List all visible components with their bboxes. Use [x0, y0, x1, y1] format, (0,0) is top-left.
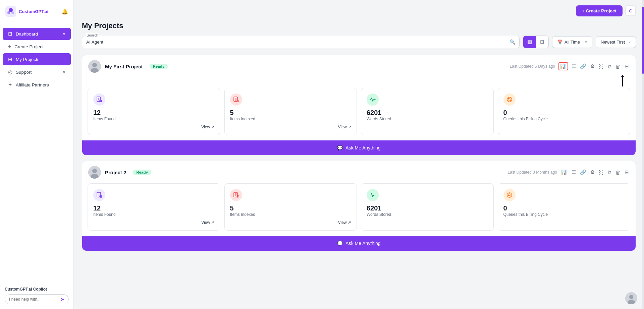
create-project-button[interactable]: + Create Project [576, 5, 623, 16]
time-filter-label: All Time [565, 40, 580, 45]
search-circle-icon-2 [506, 192, 513, 198]
project-meta-1: Last Updated 5 Days ago 📊 ☰ 🔗 ⚙ ⛓ ⧉ 🗑 ⊟ [510, 62, 630, 70]
sort-filter-dropdown[interactable]: Newest First ∨ [596, 36, 636, 48]
list-view-button[interactable]: ▦ [523, 36, 536, 48]
sidebar-item-dashboard[interactable]: ⊞ Dashboard ∨ [3, 28, 71, 40]
stats-grid-1: 12 Items Found View ↗ [82, 88, 636, 140]
chart-icon-2[interactable]: 📊 [560, 169, 568, 176]
project-card-2: Project 2 Ready Last Updated 3 Months ag… [82, 161, 636, 251]
stat-card-items-found-2: 12 Items Found View ↗ [88, 183, 220, 231]
stat-bottom-5: View ↗ [93, 220, 215, 225]
svg-rect-25 [97, 192, 101, 197]
file-list-icon-2 [233, 192, 239, 198]
bell-icon[interactable]: 🔔 [61, 8, 68, 15]
view-link-items-indexed-2[interactable]: View ↗ [338, 220, 351, 225]
content-area: My Projects Search 🔍 ▦ ⊞ 📅 All Time ∨ Ne… [74, 21, 644, 264]
sidebar-item-my-projects[interactable]: ⊞ My Projects [3, 53, 71, 65]
stat-card-words-stored-2: 6201 Words Stored [361, 183, 494, 231]
link-icon-1[interactable]: 🔗 [579, 63, 587, 70]
sort-filter-label: Newest First [601, 40, 625, 45]
svg-line-39 [510, 196, 511, 197]
file-search-icon-2 [96, 192, 102, 198]
settings-icon-1[interactable]: ⚙ [590, 63, 595, 70]
stat-number-queries-2: 0 Queries this Billing Cycle [503, 204, 625, 217]
stat-card-queries-2: 0 Queries this Billing Cycle [498, 183, 631, 231]
svg-point-41 [629, 295, 633, 299]
project-actions-1: 📊 ☰ 🔗 ⚙ ⛓ ⧉ 🗑 ⊟ [558, 62, 630, 70]
project-meta-2: Last Updated 3 Months ago 📊 ☰ 🔗 ⚙ ⛓ ⧉ 🗑 … [508, 169, 630, 176]
project-actions-2: 📊 ☰ 🔗 ⚙ ⛓ ⧉ 🗑 ⊟ [560, 169, 630, 176]
items-found-icon-1 [93, 94, 105, 106]
sidebar-nav: ⊞ Dashboard ∨ + Create Project ⊞ My Proj… [0, 23, 73, 282]
sidebar-item-create-project[interactable]: + Create Project [3, 41, 71, 53]
items-found-icon-2 [93, 189, 105, 201]
search-icon[interactable]: 🔍 [509, 39, 515, 45]
stat-number-items-found-1: 12 Items Found [93, 109, 215, 121]
view-link-items-found-2[interactable]: View ↗ [201, 220, 214, 225]
svg-point-2 [7, 11, 10, 14]
stat-card-items-indexed-2: 5 Items Indexed View ↗ [224, 183, 357, 231]
stats-grid-2: 12 Items Found View ↗ [82, 183, 636, 236]
ask-me-anything-bar-1[interactable]: 💬 Ask Me Anything [82, 140, 636, 155]
trash-icon-2[interactable]: 🗑 [615, 169, 621, 176]
stat-number-items-found-2: 12 Items Found [93, 204, 215, 217]
arrow-container [621, 75, 624, 86]
stat-card-items-indexed-1: 5 Items Indexed View ↗ [224, 88, 357, 135]
search-label: Search [86, 33, 99, 37]
search-input[interactable] [86, 36, 509, 48]
copy-icon-1[interactable]: ⧉ [607, 63, 612, 70]
svg-point-3 [11, 11, 14, 14]
copilot-send-icon[interactable]: ➤ [60, 297, 64, 302]
svg-rect-7 [97, 97, 101, 102]
grid-view-button[interactable]: ⊞ [536, 36, 548, 48]
scrollbar-thumb[interactable] [642, 7, 644, 74]
trash-icon-1[interactable]: 🗑 [615, 63, 621, 70]
dashboard-icon: ⊞ [8, 31, 12, 37]
avatar-image-1 [88, 60, 101, 73]
database-icon-2[interactable]: ⊟ [624, 169, 630, 176]
time-filter-dropdown[interactable]: 📅 All Time ∨ [552, 36, 592, 48]
words-stored-icon-1 [367, 94, 379, 106]
sidebar-item-label: Support [16, 70, 32, 75]
settings-icon-2[interactable]: ⚙ [590, 169, 595, 176]
link-icon-2[interactable]: 🔗 [579, 169, 587, 176]
sidebar-item-affiliate[interactable]: ✦ Affiliate Partners [3, 79, 71, 91]
scrollbar[interactable] [642, 0, 644, 309]
ask-me-anything-bar-2[interactable]: 💬 Ask Me Anything [82, 236, 636, 251]
copilot-input[interactable] [9, 297, 60, 302]
logo-icon [5, 6, 16, 17]
last-updated-1: Last Updated 5 Days ago [510, 64, 555, 69]
copilot-title: CustomGPT.ai Copilot [5, 287, 69, 292]
stat-card-queries-1: 0 Queries this Billing Cycle [498, 88, 631, 135]
view-link-items-found-1[interactable]: View ↗ [201, 125, 214, 129]
svg-line-21 [510, 100, 511, 101]
svg-point-1 [9, 8, 13, 12]
projects-icon: ⊞ [8, 56, 12, 62]
chart-icon-1[interactable]: 📊 [558, 62, 568, 70]
project-status-1: Ready [150, 64, 168, 69]
arrow-head [621, 75, 624, 77]
menu-icon-1[interactable]: ☰ [571, 63, 577, 70]
bottom-user-avatar[interactable] [625, 292, 637, 304]
items-indexed-icon-1 [230, 94, 242, 106]
ask-bar-label-2: Ask Me Anything [345, 241, 380, 246]
svg-point-19 [507, 97, 512, 102]
link2-icon-2[interactable]: ⛓ [598, 169, 604, 176]
project-card-1: My First Project Ready Last Updated 5 Da… [82, 55, 636, 156]
project-status-2: Ready [133, 170, 151, 175]
view-link-items-indexed-1[interactable]: View ↗ [338, 125, 351, 129]
svg-point-23 [92, 169, 97, 173]
database-icon-1[interactable]: ⊟ [624, 63, 630, 70]
sidebar-item-label: Dashboard [16, 32, 38, 37]
arrow-line [622, 77, 623, 86]
copy-icon-2[interactable]: ⧉ [607, 169, 612, 176]
project-name-1: My First Project [105, 64, 143, 69]
support-icon: ◎ [8, 69, 12, 75]
sidebar-item-support[interactable]: ◎ Support ∨ [3, 66, 71, 78]
affiliate-icon: ✦ [8, 82, 12, 88]
project-header-2: Project 2 Ready Last Updated 3 Months ag… [82, 161, 636, 183]
page-title: My Projects [82, 21, 636, 30]
chat-icon-2: 💬 [337, 241, 343, 246]
menu-icon-2[interactable]: ☰ [571, 169, 577, 176]
link2-icon-1[interactable]: ⛓ [598, 63, 604, 70]
